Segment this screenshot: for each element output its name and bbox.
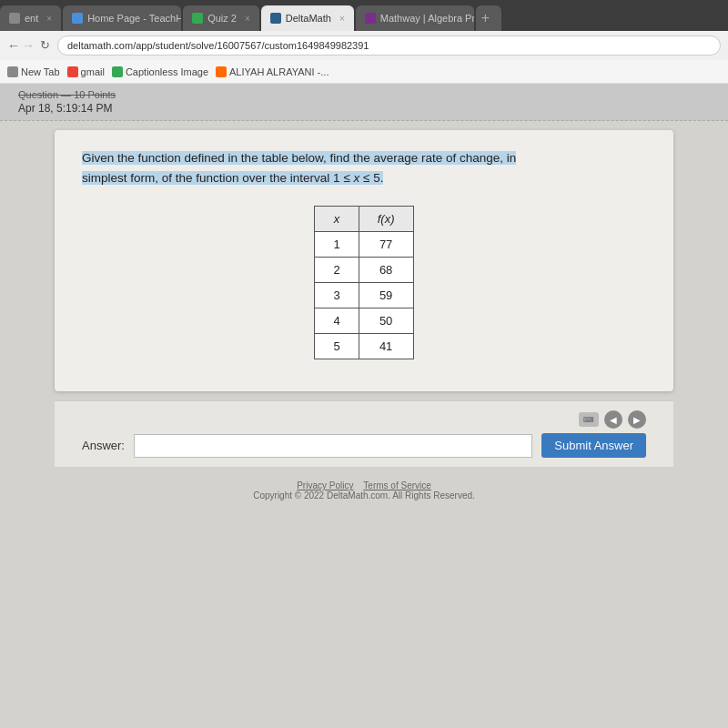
browser-chrome: ent × Home Page - TeachHub × Quiz 2 × De… xyxy=(0,0,728,84)
next-nav-button[interactable]: ▶ xyxy=(628,410,646,429)
tab-favicon-teachhub xyxy=(72,13,83,24)
terms-link[interactable]: Terms of Service xyxy=(363,480,430,490)
table-cell-x: 4 xyxy=(315,308,359,334)
bookmark-icon-newtab xyxy=(7,66,18,77)
bookmark-label-captionless: Captionless Image xyxy=(126,66,208,77)
bookmark-gmail[interactable]: gmail xyxy=(67,66,105,77)
table-row: 268 xyxy=(315,258,413,283)
prev-nav-button[interactable]: ◀ xyxy=(604,410,622,429)
table-cell-x: 1 xyxy=(315,232,359,258)
table-cell-fx: 59 xyxy=(359,283,413,308)
table-cell-fx: 68 xyxy=(359,258,413,283)
bookmark-icon-captionless xyxy=(112,66,123,77)
bookmark-captionless[interactable]: Captionless Image xyxy=(112,66,208,77)
answer-input-row: Answer: Submit Answer xyxy=(82,433,646,458)
table-cell-fx: 41 xyxy=(359,334,413,359)
content-card: Given the function defined in the table … xyxy=(55,130,673,391)
tab-deltamath[interactable]: DeltaMath × xyxy=(261,5,354,31)
main-content: Question — 10 Points Apr 18, 5:19:14 PM … xyxy=(0,84,728,728)
tools-row: ⌨ ◀ ▶ xyxy=(82,410,646,429)
answer-label: Answer: xyxy=(82,439,125,452)
table-row: 177 xyxy=(315,232,413,258)
page-date: Apr 18, 5:19:14 PM xyxy=(18,102,710,115)
tab-favicon-mathway xyxy=(365,13,376,24)
copyright-text: Copyright © 2022 DeltaMath.com. All Righ… xyxy=(253,490,475,500)
question-points: Question — 10 Points xyxy=(18,89,710,100)
tab-bar: ent × Home Page - TeachHub × Quiz 2 × De… xyxy=(0,0,728,31)
answer-area: ⌨ ◀ ▶ Answer: Submit Answer xyxy=(55,400,673,467)
tab-favicon-deltamath xyxy=(270,13,281,24)
tab-label-mathway: Mathway | Algebra Probler xyxy=(380,13,474,24)
tab-favicon-quiz2 xyxy=(192,13,203,24)
tab-close-deltamath[interactable]: × xyxy=(339,14,345,24)
tab-new[interactable]: + xyxy=(476,5,501,31)
tab-mathway[interactable]: Mathway | Algebra Probler × xyxy=(356,5,474,31)
bookmark-icon-aliyah xyxy=(216,66,227,77)
table-cell-fx: 77 xyxy=(359,232,413,258)
address-input[interactable]: deltamath.com/app/student/solve/16007567… xyxy=(57,35,721,56)
page-header: Question — 10 Points Apr 18, 5:19:14 PM xyxy=(0,84,728,121)
tab-ent[interactable]: ent × xyxy=(0,5,61,31)
privacy-policy-link[interactable]: Privacy Policy xyxy=(297,480,353,490)
bookmark-icon-gmail xyxy=(67,66,78,77)
tab-label-ent: ent xyxy=(25,13,38,24)
question-highlight: Given the function defined in the table … xyxy=(82,151,516,165)
table-row: 359 xyxy=(315,283,413,308)
bookmark-label-newtab: New Tab xyxy=(21,66,60,77)
table-cell-fx: 50 xyxy=(359,308,413,334)
table-container: x f(x) 177268359450541 xyxy=(82,206,646,359)
tab-close-quiz2[interactable]: × xyxy=(245,14,250,24)
bookmark-aliyah[interactable]: ALIYAH ALRAYANI -... xyxy=(216,66,329,77)
tab-label-teachhub: Home Page - TeachHub xyxy=(87,13,181,24)
answer-input[interactable] xyxy=(134,434,532,458)
submit-button[interactable]: Submit Answer xyxy=(541,433,646,458)
table-cell-x: 2 xyxy=(315,258,359,283)
tab-label-quiz2: Quiz 2 xyxy=(207,13,237,24)
tab-quiz2[interactable]: Quiz 2 × xyxy=(183,5,259,31)
table-row: 541 xyxy=(315,334,413,359)
back-button[interactable]: ← xyxy=(7,38,20,53)
bookmark-label-gmail: gmail xyxy=(81,66,105,77)
tab-favicon-ent xyxy=(9,13,20,24)
function-table: x f(x) 177268359450541 xyxy=(314,206,413,359)
table-cell-x: 3 xyxy=(315,283,359,308)
keyboard-icon[interactable]: ⌨ xyxy=(579,412,599,427)
table-header-x: x xyxy=(315,207,359,232)
tab-teachhub[interactable]: Home Page - TeachHub × xyxy=(63,5,181,31)
bookmark-newtab[interactable]: New Tab xyxy=(7,66,60,77)
page-footer: Privacy Policy Terms of Service Copyrigh… xyxy=(239,467,489,514)
refresh-button[interactable]: ↻ xyxy=(40,38,50,53)
address-bar: ← → ↻ deltamath.com/app/student/solve/16… xyxy=(0,31,728,60)
table-cell-x: 5 xyxy=(315,334,359,359)
table-header-fx: f(x) xyxy=(359,207,413,232)
table-row: 450 xyxy=(315,308,413,334)
question-text: Given the function defined in the table … xyxy=(82,148,646,187)
question-highlight-2: simplest form, of the function over the … xyxy=(82,171,383,185)
bookmarks-bar: New Tab gmail Captionless Image ALIYAH A… xyxy=(0,60,728,84)
bookmark-label-aliyah: ALIYAH ALRAYANI -... xyxy=(229,66,329,77)
nav-arrows: ← → ↻ xyxy=(7,38,50,53)
tab-close-ent[interactable]: × xyxy=(46,14,52,24)
forward-button[interactable]: → xyxy=(22,38,35,53)
tab-label-deltamath: DeltaMath xyxy=(286,13,331,24)
tools-icons: ⌨ ◀ ▶ xyxy=(579,410,646,429)
